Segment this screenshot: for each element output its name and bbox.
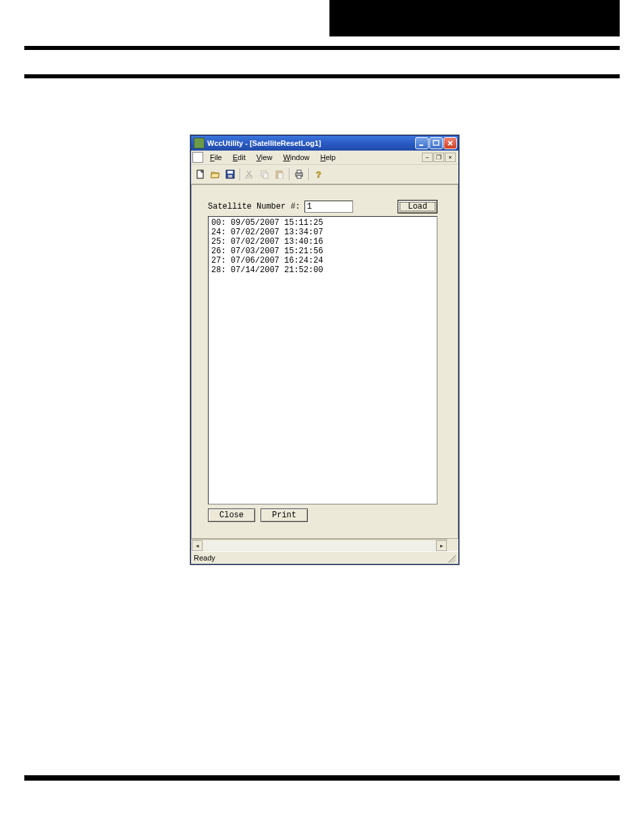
satellite-row: Satellite Number #: Load <box>208 200 437 213</box>
maximize-button[interactable] <box>429 137 443 149</box>
close-button-form[interactable]: Close <box>208 509 255 522</box>
titlebar[interactable]: WccUtility - [SatelliteResetLog1] <box>191 136 458 151</box>
print-button[interactable]: Print <box>261 509 308 522</box>
menubar: File Edit View Window Help – ❐ × <box>191 151 458 165</box>
open-icon[interactable] <box>208 167 223 182</box>
svg-rect-11 <box>278 173 283 179</box>
page-header-block <box>329 0 620 36</box>
cut-icon <box>242 167 257 182</box>
app-icon <box>194 138 205 149</box>
copy-icon <box>257 167 272 182</box>
svg-rect-9 <box>263 173 268 178</box>
help-icon[interactable]: ? <box>311 167 326 182</box>
client-area: Satellite Number #: Load 00: 09/05/2007 … <box>191 184 458 551</box>
window-title: WccUtility - [SatelliteResetLog1] <box>207 139 415 147</box>
toolbar-separator <box>240 168 240 180</box>
status-text: Ready <box>194 554 215 562</box>
window-controls <box>415 137 457 149</box>
new-icon[interactable] <box>193 167 208 182</box>
load-button[interactable]: Load <box>398 200 437 213</box>
svg-rect-5 <box>228 175 232 178</box>
svg-rect-14 <box>297 176 301 178</box>
menu-edit[interactable]: Edit <box>227 152 251 163</box>
minimize-button[interactable] <box>415 137 429 149</box>
menu-file[interactable]: File <box>205 152 227 163</box>
menu-window[interactable]: Window <box>277 152 315 163</box>
menu-help[interactable]: Help <box>315 152 342 163</box>
toolbar-separator <box>308 168 309 180</box>
paste-icon <box>272 167 287 182</box>
toolbar: ? <box>191 165 458 184</box>
close-button[interactable] <box>444 137 457 149</box>
svg-rect-13 <box>297 170 301 173</box>
mdi-close-button[interactable]: × <box>445 153 456 162</box>
svg-rect-0 <box>419 145 423 146</box>
form-panel: Satellite Number #: Load 00: 09/05/2007 … <box>208 200 437 522</box>
svg-rect-1 <box>433 140 439 145</box>
toolbar-separator <box>289 168 290 180</box>
page-rule <box>24 46 620 50</box>
save-icon[interactable] <box>223 167 238 182</box>
log-listbox[interactable]: 00: 09/05/2007 15:11:25 24: 07/02/2007 1… <box>208 216 437 504</box>
size-grip-icon[interactable] <box>446 553 456 563</box>
svg-rect-4 <box>227 171 233 174</box>
svg-text:?: ? <box>316 170 321 179</box>
document-view[interactable]: Satellite Number #: Load 00: 09/05/2007 … <box>191 184 458 539</box>
scroll-left-icon[interactable]: ◂ <box>192 540 203 551</box>
scroll-track[interactable] <box>203 541 435 550</box>
mdi-restore-button[interactable]: ❐ <box>433 153 444 162</box>
app-window: WccUtility - [SatelliteResetLog1] File E… <box>190 135 459 565</box>
print-icon[interactable] <box>292 167 306 182</box>
mdi-window-controls: – ❐ × <box>422 153 457 162</box>
horizontal-scrollbar[interactable]: ◂ ▸ <box>191 539 448 551</box>
satellite-label: Satellite Number #: <box>208 202 300 211</box>
page-rule <box>24 74 620 78</box>
mdi-document-icon[interactable] <box>192 152 203 163</box>
page-rule <box>24 775 620 781</box>
menu-view[interactable]: View <box>251 152 278 163</box>
statusbar: Ready <box>191 551 458 564</box>
satellite-number-input[interactable] <box>304 201 353 213</box>
bottom-button-row: Close Print <box>208 509 437 522</box>
scroll-right-icon[interactable]: ▸ <box>436 540 447 551</box>
mdi-minimize-button[interactable]: – <box>422 153 433 162</box>
